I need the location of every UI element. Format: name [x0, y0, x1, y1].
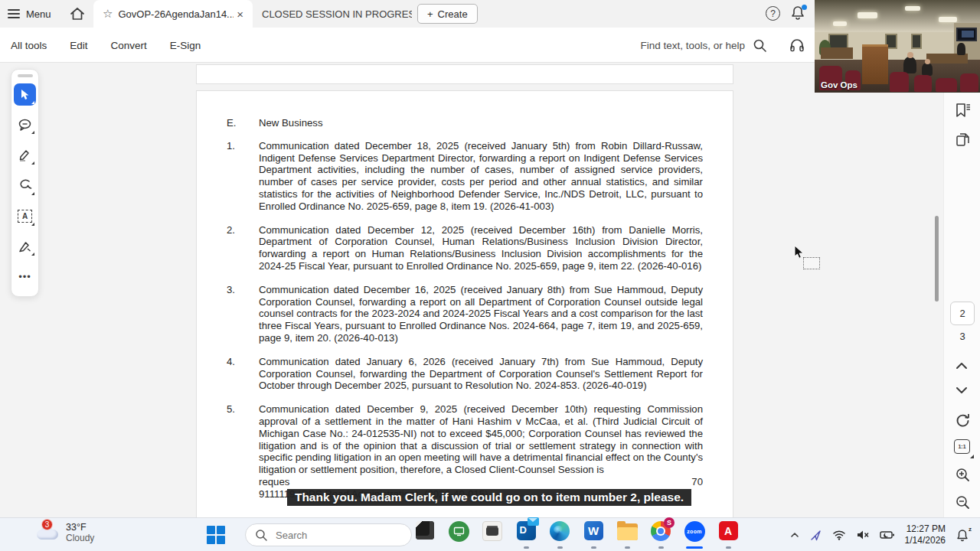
menu-button[interactable]: Menu: [8, 5, 51, 23]
pages-icon: [955, 132, 971, 148]
lasso-icon: [18, 179, 33, 191]
taskbar-app-dark[interactable]: [413, 521, 436, 549]
esign-button[interactable]: E-Sign: [170, 40, 201, 51]
notifications-button[interactable]: [790, 5, 807, 23]
taskbar-app-outlook[interactable]: D: [514, 521, 537, 549]
taskbar-app-acrobat[interactable]: A: [717, 521, 740, 549]
search-icon: [753, 38, 767, 53]
mouse-cursor: [793, 245, 805, 260]
taskbar-app-zoom[interactable]: zoom: [683, 521, 706, 549]
help-button[interactable]: ?: [766, 6, 780, 21]
bookmarks-button[interactable]: [955, 103, 970, 118]
battery-button[interactable]: [880, 530, 895, 540]
edge-icon: [550, 521, 570, 541]
do-not-disturb-bell-icon: [956, 528, 969, 543]
taskbar-app-streaming[interactable]: [447, 521, 470, 549]
tray-app-icon: [482, 521, 502, 541]
taskbar-app-tray[interactable]: [481, 521, 504, 549]
clock[interactable]: 12:27 PM 1/14/2026: [905, 523, 946, 546]
create-button[interactable]: + Create: [417, 4, 478, 24]
volume-button[interactable]: [856, 530, 870, 540]
start-button[interactable]: [207, 526, 225, 544]
tray-date: 1/14/2026: [905, 535, 946, 546]
previous-page-button[interactable]: [955, 361, 970, 377]
taskbar-search-input[interactable]: [276, 530, 390, 541]
tray-overflow-button[interactable]: [790, 530, 799, 540]
highlight-tool-button[interactable]: [14, 144, 36, 166]
hamburger-icon: [8, 9, 20, 18]
taskbar-search[interactable]: [245, 523, 412, 546]
all-tools-button[interactable]: All tools: [11, 40, 47, 51]
right-rail: 2 3 1:1: [943, 63, 980, 517]
zoom-in-icon: [955, 467, 971, 483]
find-search-field[interactable]: Find text, tools, or help: [640, 28, 767, 63]
item-text-obscured-line: reques 70: [259, 476, 703, 488]
next-page-button[interactable]: [955, 386, 970, 401]
chevron-up-icon: [955, 361, 969, 370]
comment-tool-button[interactable]: [14, 114, 36, 136]
location-arrow-icon: [809, 529, 822, 542]
item-text: Communication dated December 18, 2025 (r…: [259, 140, 703, 213]
taskbar-app-chrome[interactable]: S: [649, 521, 672, 549]
wifi-icon: [832, 530, 846, 540]
vertical-scrollbar[interactable]: [935, 216, 939, 302]
page-current: E. New Business 1. Communication dated D…: [196, 90, 733, 517]
convert-button[interactable]: Convert: [111, 40, 147, 51]
taskbar-app-edge[interactable]: [548, 521, 571, 549]
weather-temperature: 33°F: [66, 522, 94, 533]
video-podium: [862, 44, 888, 84]
edit-button[interactable]: Edit: [70, 40, 87, 51]
meeting-video-overlay[interactable]: Gov Ops: [815, 0, 980, 93]
draw-tool-button[interactable]: [14, 174, 36, 197]
current-page-field[interactable]: 2: [950, 302, 975, 325]
weather-widget[interactable]: 3 33°F Cloudy: [35, 522, 94, 543]
rail-drag-handle[interactable]: [18, 74, 33, 77]
fountain-pen-icon: [18, 239, 32, 253]
agenda-item: 1. Communication dated December 18, 2025…: [227, 140, 701, 213]
tab-closed-session[interactable]: CLOSED SESSION IN PROGRES...: [259, 0, 412, 28]
fill-sign-tool-button[interactable]: [14, 236, 36, 258]
wifi-button[interactable]: [832, 530, 846, 540]
notification-center-button[interactable]: z: [956, 528, 969, 543]
video-source-label: Gov Ops: [821, 80, 858, 90]
home-button[interactable]: [69, 5, 86, 22]
item-number: 3.: [227, 284, 259, 344]
page-thumbnails-button[interactable]: [955, 132, 970, 147]
item-number: 1.: [227, 140, 259, 213]
zoom-in-button[interactable]: [955, 467, 970, 482]
rotate-page-button[interactable]: [955, 412, 970, 427]
page-fit-button[interactable]: 1:1: [954, 439, 970, 454]
item-text: Communication dated December 9, 2025 (re…: [259, 403, 703, 476]
ellipsis-icon: •••: [18, 271, 31, 282]
read-aloud-button[interactable]: [789, 37, 805, 54]
text-select-tool-button[interactable]: A: [14, 205, 36, 227]
item-text: Communication dated January 6, 2026 (rec…: [259, 356, 703, 392]
document-viewport[interactable]: E. New Business 1. Communication dated D…: [0, 63, 980, 517]
section-letter: E.: [227, 117, 259, 129]
chrome-icon: S: [651, 521, 671, 541]
highlighter-icon: [18, 148, 32, 162]
select-tool-button[interactable]: [14, 83, 36, 106]
green-monitor-app-icon: [449, 521, 469, 542]
comment-icon: [18, 118, 33, 132]
zoom-out-button[interactable]: [955, 494, 970, 510]
outlook-icon: D: [517, 521, 536, 540]
taskbar-app-file-explorer[interactable]: [616, 521, 639, 549]
closed-caption-bar: Thank you. Madam Clerk, if we could go o…: [287, 489, 691, 506]
location-indicator[interactable]: [809, 529, 822, 542]
item-number: 2.: [227, 224, 259, 272]
agenda-item: 4. Communication dated January 6, 2026 (…: [227, 356, 701, 392]
tab-document-active[interactable]: ☆ GovOP-26AgendaJan14.... ×: [93, 0, 253, 28]
more-tools-button[interactable]: •••: [14, 266, 36, 288]
acrobat-icon: A: [719, 521, 738, 540]
star-icon[interactable]: ☆: [103, 7, 113, 21]
notification-dot: [802, 5, 807, 10]
tab1-label: GovOP-26AgendaJan14....: [118, 8, 234, 20]
word-icon: W: [584, 521, 603, 540]
tab2-label: CLOSED SESSION IN PROGRES...: [262, 8, 412, 20]
close-tab-icon[interactable]: ×: [234, 8, 247, 21]
battery-saver-icon: [880, 530, 895, 540]
taskbar-app-word[interactable]: W: [582, 521, 605, 549]
next-page-number: 3: [950, 331, 975, 342]
caption-text: Thank you. Madam Clerk, if we could go o…: [295, 491, 684, 504]
